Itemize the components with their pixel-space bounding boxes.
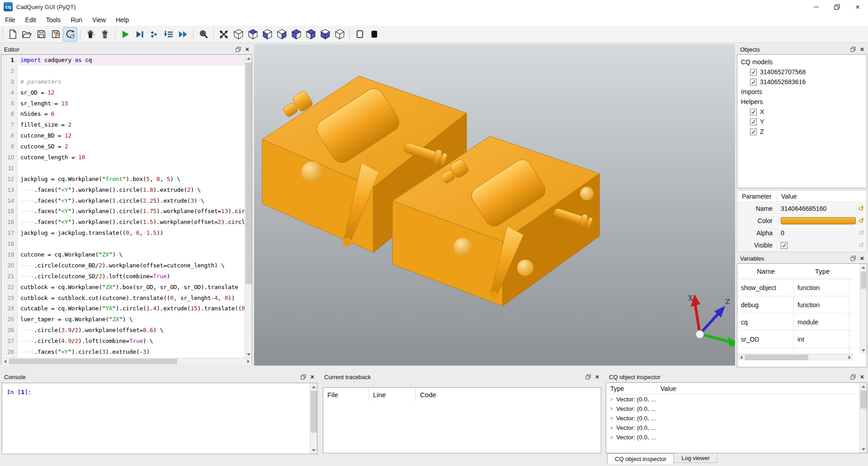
clear-current-button[interactable]	[84, 28, 97, 41]
code-line[interactable]: luer_taper·=·cq.Workplane("ZX")·\	[18, 314, 245, 325]
inspector-row[interactable]: >Vector: (0.0, ...	[606, 414, 867, 423]
variable-row[interactable]: sr_lenghtint13	[737, 348, 853, 354]
code-line[interactable]: cutblock·=·cutblock.cut(cutcone).transla…	[18, 293, 245, 304]
scroll-up-arrow[interactable]	[860, 264, 867, 271]
property-row-alpha[interactable]: Alpha 0 ↺	[737, 227, 867, 239]
code-line[interactable]: ····.faces("<Y").workplane().circle(1.8)…	[18, 185, 245, 195]
code-line[interactable]	[18, 66, 245, 76]
inspector-row[interactable]: >Vector: (0.0, ...	[606, 423, 867, 433]
float-panel-icon[interactable]	[850, 256, 856, 261]
menu-item-edit[interactable]: Edit	[20, 14, 41, 25]
code-line[interactable]	[18, 163, 245, 174]
open-file-button[interactable]	[20, 28, 33, 41]
scrollbar-thumb[interactable]	[860, 390, 867, 409]
code-line[interactable]: ····.faces("<Y").workplane().circle(2.25…	[18, 195, 245, 206]
tree-item-3140652707568[interactable]: 3140652707568	[737, 67, 867, 77]
color-swatch[interactable]	[781, 217, 856, 224]
checkbox[interactable]	[750, 109, 757, 115]
close-panel-icon[interactable]: ×	[860, 255, 864, 262]
variable-row[interactable]: debugfunction<f	[737, 296, 853, 314]
render-button[interactable]	[118, 28, 132, 41]
scroll-left-arrow[interactable]	[737, 354, 745, 361]
scrollbar-thumb[interactable]	[311, 391, 317, 433]
undo-icon[interactable]: ↺	[856, 204, 867, 213]
float-panel-icon[interactable]	[301, 374, 306, 380]
close-panel-icon[interactable]: ×	[245, 46, 249, 52]
breakpoints-button[interactable]	[147, 28, 161, 41]
minimize-button[interactable]	[806, 0, 826, 14]
tree-item-3140652683616[interactable]: 3140652683616	[737, 77, 867, 87]
clear-all-button[interactable]	[98, 28, 112, 41]
code-line[interactable]: nSides·=·6	[18, 109, 245, 119]
tree-item-helpers[interactable]: Helpers	[737, 97, 867, 107]
editor-vertical-scrollbar[interactable]	[245, 55, 252, 358]
code-line[interactable]: cutcone_length·=·10	[18, 152, 245, 163]
code-line[interactable]: ····.circle(4.9/2).loft(combine=True)·\	[18, 336, 245, 347]
save-as-button[interactable]	[49, 28, 62, 41]
code-line[interactable]: import·cadquery·as·cq	[18, 55, 245, 66]
console[interactable]: In [1]:	[2, 383, 317, 454]
float-panel-icon[interactable]	[850, 47, 856, 52]
tab-log-viewer[interactable]: Log viewer	[674, 453, 717, 463]
inspector-row[interactable]: >Vector: (0.0, ...	[606, 404, 867, 414]
view-left-button[interactable]	[304, 28, 317, 41]
code-line[interactable]: # parameters	[18, 76, 245, 87]
tree-item-z[interactable]: Z	[737, 127, 867, 137]
scroll-down-arrow[interactable]	[860, 347, 867, 354]
code-line[interactable]: sr_lenght·=·13	[18, 98, 245, 109]
restore-button[interactable]	[826, 0, 847, 14]
variables-vertical-scrollbar[interactable]	[860, 264, 867, 354]
code-area[interactable]: import·cadquery·as·cq# parameterssr_OD·=…	[18, 55, 245, 358]
close-panel-icon[interactable]: ×	[860, 46, 864, 52]
scroll-up-arrow[interactable]	[310, 383, 317, 390]
new-file-button[interactable]	[5, 28, 19, 41]
float-panel-icon[interactable]	[850, 374, 856, 380]
variable-row[interactable]: show_objectfunction<f	[737, 279, 853, 296]
scrollbar-thumb[interactable]	[9, 359, 177, 364]
debug-button[interactable]	[133, 28, 146, 41]
code-line[interactable]: ····.circle(3.9/2).workplane(offset=8.6)…	[18, 325, 245, 336]
code-line[interactable]: ····.faces("<Y").circle(3).extrude(-3)	[18, 347, 245, 357]
close-panel-icon[interactable]: ×	[595, 374, 599, 380]
code-line[interactable]: ····.circle(cutcone_SD/2).loft(combine=T…	[18, 271, 245, 282]
view-front-button[interactable]	[275, 28, 288, 41]
view-bottom-button[interactable]	[260, 28, 274, 41]
wireframe-mode-button[interactable]	[353, 28, 367, 41]
code-line[interactable]: jackplug·=·jackplug.translate((0,·6,·1.5…	[18, 228, 245, 238]
property-row-visible[interactable]: Visible ↺	[737, 239, 867, 251]
close-panel-icon[interactable]: ×	[860, 374, 864, 380]
variable-row[interactable]: sr_ODint12	[737, 331, 853, 348]
tree-item-cq-models[interactable]: CQ models	[737, 57, 867, 67]
scroll-down-arrow[interactable]	[860, 446, 867, 453]
checkbox[interactable]	[750, 69, 757, 76]
shaded-mode-button[interactable]	[368, 28, 381, 41]
view-iso2-button[interactable]	[333, 28, 346, 41]
code-line[interactable]	[18, 238, 245, 249]
code-line[interactable]: cutcone_BD·=·12	[18, 130, 245, 141]
checkbox[interactable]	[750, 79, 757, 86]
scroll-up-arrow[interactable]	[860, 383, 867, 390]
expand-chevron-icon[interactable]: >	[606, 406, 613, 412]
3d-viewport[interactable]: X Z Y	[254, 44, 735, 366]
code-line[interactable]: fillet_size·=·2	[18, 119, 245, 130]
tree-item-imports[interactable]: Imports	[737, 87, 867, 97]
view-iso-button[interactable]	[231, 28, 245, 41]
code-line[interactable]: sr_OD·=·12	[18, 87, 245, 98]
scroll-down-arrow[interactable]	[310, 447, 317, 454]
variables-horizontal-scrollbar[interactable]	[737, 354, 853, 361]
checkbox[interactable]	[750, 128, 757, 135]
code-line[interactable]: cutcone·=·cq.Workplane("ZX")·\	[18, 249, 245, 260]
code-line[interactable]: ····.faces("<Y").workplane().circle(1.75…	[18, 206, 245, 217]
property-row-name[interactable]: Name 3140646685160 ↺	[737, 203, 867, 214]
toolbar-drag-handle[interactable]	[1, 29, 4, 40]
menu-item-file[interactable]: File	[0, 14, 20, 25]
menu-item-view[interactable]: View	[87, 14, 111, 25]
scrollbar-thumb[interactable]	[745, 355, 808, 360]
view-rear-button[interactable]	[289, 28, 303, 41]
menu-item-run[interactable]: Run	[66, 14, 87, 25]
tree-item-x[interactable]: X	[737, 107, 867, 117]
float-panel-icon[interactable]	[236, 47, 241, 52]
scrollbar-thumb[interactable]	[245, 62, 252, 284]
checkbox[interactable]	[750, 119, 757, 125]
close-panel-icon[interactable]: ×	[311, 374, 314, 380]
